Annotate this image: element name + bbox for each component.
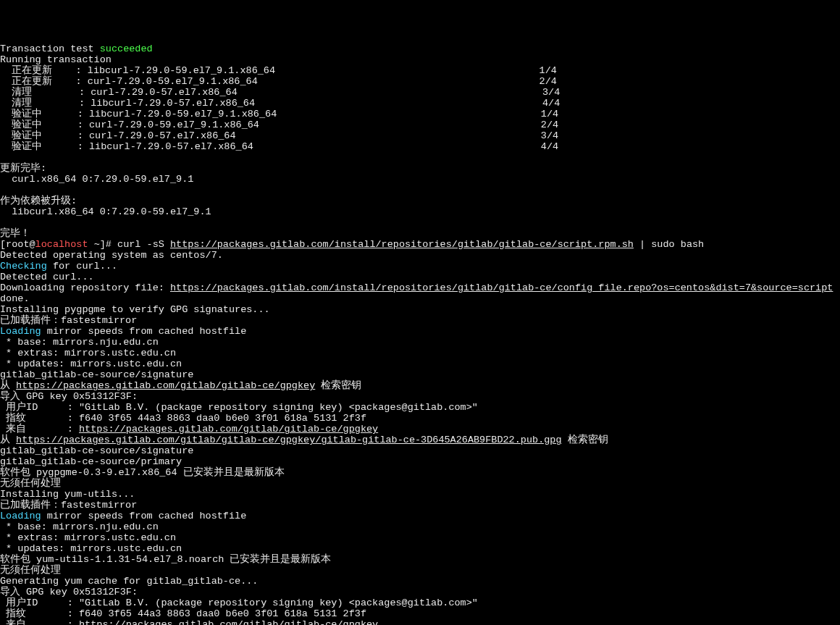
gpg-pub-key-url[interactable]: https://packages.gitlab.com/gitlab/gitla… — [16, 435, 561, 445]
text: 来自 : — [0, 424, 79, 435]
gpg-key-url[interactable]: https://packages.gitlab.com/gitlab/gitla… — [79, 619, 378, 625]
text: * updates: mirrors.ustc.edu.cn — [0, 543, 182, 554]
prompt-prefix: [root@ — [0, 239, 35, 250]
text: 软件包 yum-utils-1.1.31-54.el7_8.noarch 已安装… — [0, 554, 331, 565]
loading-keyword: Loading — [0, 326, 41, 337]
text: Generating yum cache for gitlab_gitlab-c… — [0, 576, 258, 587]
text: 正在更新 : libcurl-7.29.0-59.el7_9.1.x86_64 … — [0, 65, 557, 76]
text: * updates: mirrors.ustc.edu.cn — [0, 358, 182, 369]
text: gitlab_gitlab-ce-source/primary — [0, 456, 182, 467]
prompt-command-suffix[interactable]: | sudo bash — [634, 239, 704, 250]
text: Downloading repository file: — [0, 282, 170, 293]
text: * extras: mirrors.ustc.edu.cn — [0, 348, 176, 358]
text: 已加载插件：fastestmirror — [0, 315, 137, 326]
script-url[interactable]: https://packages.gitlab.com/install/repo… — [170, 239, 634, 250]
text: 用户ID : "GitLab B.V. (package repository … — [0, 402, 478, 413]
text: 检索密钥 — [315, 380, 361, 391]
text: mirror speeds from cached hostfile — [41, 326, 247, 337]
text: Running transaction — [0, 54, 112, 65]
text: curl.x86_64 0:7.29.0-59.el7_9.1 — [0, 174, 193, 185]
text: gitlab_gitlab-ce-source/signature — [0, 445, 193, 456]
text: done. — [0, 293, 30, 304]
text: 验证中 : curl-7.29.0-59.el7_9.1.x86_64 2/4 — [0, 119, 558, 130]
text: 软件包 pygpgme-0.3-9.el7.x86_64 已安装并且是最新版本 — [0, 467, 285, 478]
loading-keyword: Loading — [0, 511, 41, 521]
text: 验证中 : libcurl-7.29.0-59.el7_9.1.x86_64 1… — [0, 109, 558, 119]
text: 检索密钥 — [562, 435, 608, 445]
text: 用户ID : "GitLab B.V. (package repository … — [0, 597, 478, 608]
text: 验证中 : curl-7.29.0-57.el7.x86_64 3/4 — [0, 130, 558, 141]
text: 从 — [0, 380, 16, 391]
tx-text: Transaction test — [0, 43, 100, 54]
text: 清理 : libcurl-7.29.0-57.el7.x86_64 4/4 — [0, 98, 560, 109]
text: 完毕！ — [0, 228, 30, 239]
text: Detected operating system as centos/7. — [0, 250, 223, 261]
terminal-output: Transaction test succeeded Running trans… — [0, 43, 840, 625]
checking-keyword: Checking — [0, 261, 47, 272]
text: 已加载插件：fastestmirror — [0, 500, 137, 511]
text: 验证中 : libcurl-7.29.0-57.el7.x86_64 4/4 — [0, 141, 558, 152]
text: 来自 : — [0, 619, 79, 625]
text: Detected curl... — [0, 272, 94, 282]
text: 导入 GPG key 0x51312F3F: — [0, 587, 138, 597]
text: 更新完毕: — [0, 163, 46, 174]
text: 导入 GPG key 0x51312F3F: — [0, 391, 138, 402]
text: 从 — [0, 435, 16, 445]
text: * base: mirrors.nju.edu.cn — [0, 521, 159, 532]
text: Installing yum-utils... — [0, 489, 135, 500]
text: mirror speeds from cached hostfile — [41, 511, 247, 521]
text: 指纹 : f640 3f65 44a3 8863 daa0 b6e0 3f01 … — [0, 608, 366, 619]
text: 无须任何处理 — [0, 478, 61, 489]
repo-config-url[interactable]: https://packages.gitlab.com/install/repo… — [170, 282, 833, 293]
text: Installing pygpgme to verify GPG signatu… — [0, 304, 270, 315]
text: * base: mirrors.nju.edu.cn — [0, 337, 159, 348]
text: libcurl.x86_64 0:7.29.0-59.el7_9.1 — [0, 206, 211, 217]
text: gitlab_gitlab-ce-source/signature — [0, 369, 193, 380]
text: 正在更新 : curl-7.29.0-59.el7_9.1.x86_64 2/4 — [0, 76, 557, 87]
text: for curl... — [47, 261, 117, 272]
text: 无须任何处理 — [0, 565, 61, 576]
tx-status: succeeded — [100, 43, 153, 54]
text: 指纹 : f640 3f65 44a3 8863 daa0 b6e0 3f01 … — [0, 413, 366, 424]
text: 作为依赖被升级: — [0, 196, 77, 206]
text: * extras: mirrors.ustc.edu.cn — [0, 532, 176, 543]
gpg-key-url[interactable]: https://packages.gitlab.com/gitlab/gitla… — [16, 380, 315, 391]
text: 清理 : curl-7.29.0-57.el7.x86_64 3/4 — [0, 87, 560, 98]
gpg-key-url[interactable]: https://packages.gitlab.com/gitlab/gitla… — [79, 424, 378, 435]
prompt-host: localhost — [35, 239, 88, 250]
prompt-command[interactable]: ~]# curl -sS — [88, 239, 170, 250]
